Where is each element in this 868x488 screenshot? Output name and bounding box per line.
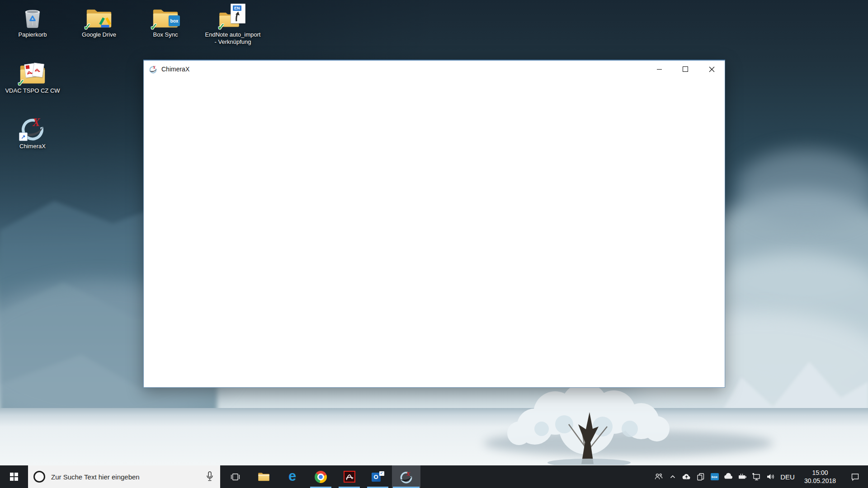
shortcut-arrow-icon <box>19 132 28 141</box>
taskbar-search[interactable]: Zur Suche Text hier eingeben <box>28 465 220 488</box>
recycle-bin-icon <box>19 4 47 30</box>
box-tray-icon[interactable]: box <box>708 465 722 488</box>
desktop-icon-label: VDAC TSPO CZ CW <box>5 87 60 94</box>
desktop-icon-vdac-folder[interactable]: VDAC TSPO CZ CW <box>5 60 60 94</box>
endnote-document: EN <box>231 4 245 23</box>
network-icon[interactable] <box>750 465 764 488</box>
windows-logo-icon <box>10 473 18 481</box>
cloud <box>737 149 868 226</box>
show-hidden-icons-chevron[interactable] <box>665 465 679 488</box>
pdf-page <box>32 63 44 78</box>
endnote-en-badge: EN <box>233 5 241 11</box>
desktop-icon-chimerax[interactable]: X ChimeraX <box>5 115 60 150</box>
window-controls <box>646 61 725 78</box>
language-indicator[interactable]: DEU <box>778 473 797 481</box>
chimerax-taskbar-icon: X <box>399 470 413 484</box>
desktop-icon-label: EndNote auto_import - Verknüpfung <box>203 31 262 46</box>
action-center-icon <box>850 472 860 482</box>
svg-text:X: X <box>32 116 40 128</box>
file-explorer-icon <box>258 472 270 482</box>
taskbar-clock[interactable]: 15:00 30.05.2018 <box>797 469 843 485</box>
edge-icon: e <box>288 469 296 483</box>
taskbar-app-file-explorer[interactable] <box>250 465 278 488</box>
chimerax-logo-icon: X <box>19 115 47 141</box>
clock-date: 30.05.2018 <box>797 477 843 485</box>
minimize-button[interactable] <box>646 61 672 78</box>
taskbar-app-acrobat[interactable] <box>335 465 363 488</box>
desktop-icon-papierkorb[interactable]: Papierkorb <box>5 4 60 38</box>
import-arrow-icon <box>231 11 244 22</box>
taskbar: Zur Suche Text hier eingeben e <box>0 465 868 488</box>
onedrive-cloud-icon[interactable] <box>722 465 736 488</box>
sync-check-icon <box>84 22 91 31</box>
desktop-icon-box-sync[interactable]: box Box Sync <box>138 4 193 38</box>
outlook-o: O <box>373 474 378 480</box>
svg-text:X: X <box>152 65 156 70</box>
maximize-icon <box>683 66 688 72</box>
frosted-tree <box>501 381 673 465</box>
taskbar-app-outlook[interactable]: O <box>363 465 392 488</box>
search-placeholder: Zur Suche Text hier eingeben <box>51 473 140 481</box>
taskbar-apps: e O X <box>221 465 420 488</box>
drive-triangle-icon <box>99 17 111 28</box>
google-drive-folder-icon <box>85 4 113 30</box>
window-title: ChimeraX <box>161 66 189 73</box>
taskbar-app-task-view[interactable] <box>221 465 250 488</box>
maximize-button[interactable] <box>672 61 698 78</box>
box-logo-text: box <box>170 19 179 23</box>
svg-text:X: X <box>406 470 410 477</box>
copy-pages-icon[interactable] <box>693 465 708 488</box>
desktop-icon-google-drive[interactable]: Google Drive <box>71 4 127 38</box>
chimerax-canvas[interactable] <box>144 78 725 387</box>
desktop-root: { "desktop": { "icons": [ {"id": "papier… <box>0 0 868 488</box>
desktop-icon-label: Papierkorb <box>19 31 47 38</box>
outlook-icon: O <box>372 471 384 483</box>
box-tray-text: box <box>712 475 717 479</box>
taskbar-app-chrome[interactable] <box>307 465 335 488</box>
pdf-folder-icon <box>19 60 47 86</box>
sync-check-icon <box>150 22 158 31</box>
action-center-button[interactable] <box>843 465 867 488</box>
minimize-icon <box>657 69 662 70</box>
desktop-icon-label: Box Sync <box>153 31 178 38</box>
task-view-icon <box>230 472 241 482</box>
box-sync-folder-icon: box <box>151 4 179 30</box>
chrome-icon <box>315 471 327 483</box>
box-logo-icon: box <box>169 15 180 26</box>
endnote-shortcut-icon: EN <box>219 4 247 30</box>
window-titlebar[interactable]: X ChimeraX <box>144 61 725 78</box>
acrobat-icon <box>344 471 355 483</box>
desktop-icon-endnote[interactable]: EN EndNote auto_import - Verknüpfung <box>203 4 262 46</box>
taskbar-app-chimerax[interactable]: X <box>392 465 420 488</box>
start-button[interactable] <box>0 465 28 488</box>
pdf-logo <box>26 65 30 69</box>
chimerax-window-icon: X <box>149 65 157 74</box>
system-tray: box DEU <box>651 465 868 488</box>
desktop-icon-label: ChimeraX <box>19 143 46 150</box>
taskbar-app-edge[interactable]: e <box>278 465 307 488</box>
close-button[interactable] <box>698 61 725 78</box>
clock-time: 15:00 <box>797 469 843 477</box>
microphone-icon[interactable] <box>205 471 215 483</box>
close-icon <box>709 66 715 72</box>
chimerax-window: X ChimeraX <box>143 60 725 388</box>
volume-icon[interactable] <box>764 465 778 488</box>
battery-icon[interactable] <box>736 465 750 488</box>
sync-check-icon <box>17 78 25 87</box>
people-icon[interactable] <box>651 465 665 488</box>
desktop-icon-label: Google Drive <box>82 31 116 38</box>
cloud-upload-icon[interactable] <box>679 465 693 488</box>
outlook-envelope-icon <box>379 471 384 476</box>
cortana-icon <box>33 471 45 483</box>
sync-check-icon <box>217 22 225 31</box>
